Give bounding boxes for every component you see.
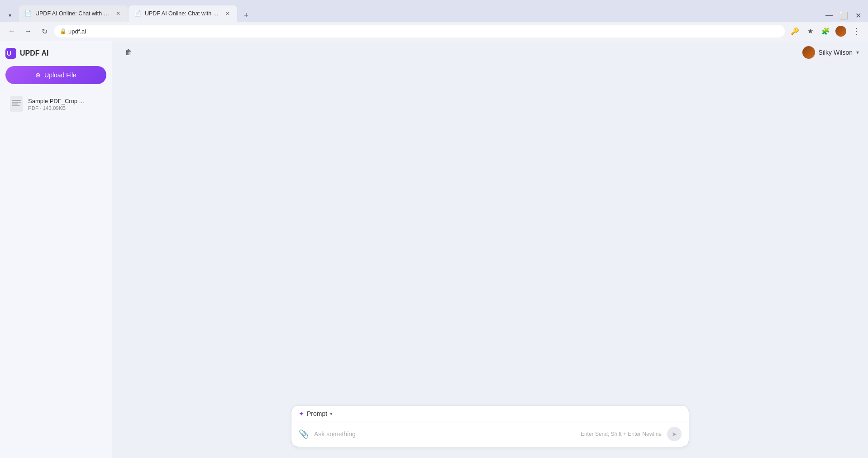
new-tab-button[interactable]: +: [240, 9, 253, 22]
user-area[interactable]: Silky Wilson ▾: [802, 46, 859, 59]
main-area: 🗑 Silky Wilson ▾ ✦ Prompt ▾ 📎: [112, 41, 868, 458]
browser-chrome: ▾ 📄 UPDF AI Online: Chat with PDF ✕ 📄 UP…: [0, 0, 868, 41]
app: U UPDF AI ⊕ Upload File Sample PDF_Crop …: [0, 41, 868, 458]
input-row: 📎 Enter Send; Shift + Enter Newline ➤: [291, 421, 689, 447]
tab-1-title: UPDF AI Online: Chat with PDF: [35, 10, 110, 17]
sidebar: U UPDF AI ⊕ Upload File Sample PDF_Crop …: [0, 41, 112, 458]
main-header: 🗑 Silky Wilson ▾: [112, 41, 868, 64]
attach-button[interactable]: 📎: [299, 429, 309, 439]
tab-list-button[interactable]: ▾: [4, 9, 16, 22]
app-title: UPDF AI: [20, 49, 48, 57]
user-name: Silky Wilson: [819, 49, 853, 56]
prompt-bar: ✦ Prompt ▾: [291, 406, 689, 421]
back-button[interactable]: ←: [5, 25, 18, 38]
browser-menu-button[interactable]: ⋮: [850, 25, 863, 38]
chat-input[interactable]: [314, 430, 575, 438]
address-bar[interactable]: 🔒 updf.ai: [54, 25, 785, 38]
key-icon[interactable]: 🔑: [788, 25, 801, 38]
tab-2-close[interactable]: ✕: [224, 9, 232, 18]
trash-button[interactable]: 🗑: [121, 45, 136, 60]
address-text: updf.ai: [68, 28, 86, 35]
upload-file-button[interactable]: ⊕ Upload File: [5, 66, 106, 84]
svg-text:U: U: [7, 50, 11, 57]
sidebar-header: U UPDF AI: [5, 48, 106, 59]
svg-rect-5: [12, 104, 18, 104]
updf-logo-icon: U: [5, 48, 16, 59]
user-chevron-icon: ▾: [856, 49, 859, 56]
input-container: ✦ Prompt ▾ 📎 Enter Send; Shift + Enter N…: [112, 398, 868, 458]
tab-1[interactable]: 📄 UPDF AI Online: Chat with PDF ✕: [19, 5, 128, 22]
sparkle-icon: ✦: [299, 410, 304, 417]
tab-2[interactable]: 📄 UPDF AI Online: Chat with PDF ✕: [129, 5, 237, 22]
file-icon: [9, 96, 24, 112]
minimize-button[interactable]: —: [823, 9, 835, 22]
send-icon: ➤: [672, 430, 677, 438]
bookmark-icon[interactable]: ★: [804, 25, 816, 38]
tab-1-favicon: 📄: [24, 10, 32, 17]
window-close-button[interactable]: ✕: [852, 9, 864, 22]
refresh-button[interactable]: ↻: [38, 25, 51, 38]
tab-1-close[interactable]: ✕: [114, 9, 122, 18]
upload-icon: ⊕: [35, 71, 41, 79]
trash-icon: 🗑: [125, 48, 132, 57]
nav-actions: 🔑 ★ 🧩 ⋮: [788, 25, 863, 38]
input-box: ✦ Prompt ▾ 📎 Enter Send; Shift + Enter N…: [291, 405, 689, 447]
lock-icon: 🔒: [60, 28, 67, 34]
prompt-label: Prompt: [307, 410, 327, 417]
tab-2-favicon: 📄: [134, 10, 141, 17]
svg-rect-6: [12, 105, 20, 106]
nav-bar: ← → ↻ 🔒 updf.ai 🔑 ★ 🧩 ⋮: [0, 22, 868, 41]
prompt-chevron-icon[interactable]: ▾: [330, 411, 333, 417]
user-avatar: [802, 46, 815, 59]
profile-button[interactable]: [835, 25, 847, 38]
svg-rect-3: [12, 100, 21, 101]
file-item[interactable]: Sample PDF_Crop ... PDF · 143.09KB: [5, 91, 106, 117]
send-button[interactable]: ➤: [667, 427, 682, 441]
maximize-button[interactable]: ⬜: [837, 9, 850, 22]
forward-button[interactable]: →: [22, 25, 34, 38]
input-hint: Enter Send; Shift + Enter Newline: [581, 431, 662, 437]
svg-rect-4: [12, 102, 21, 103]
extensions-icon[interactable]: 🧩: [819, 25, 832, 38]
upload-btn-label: Upload File: [44, 71, 76, 79]
file-name: Sample PDF_Crop ...: [28, 98, 103, 104]
file-info: Sample PDF_Crop ... PDF · 143.09KB: [28, 98, 103, 111]
chat-area: [112, 64, 868, 398]
tab-2-title: UPDF AI Online: Chat with PDF: [145, 10, 220, 17]
tab-bar: ▾ 📄 UPDF AI Online: Chat with PDF ✕ 📄 UP…: [0, 0, 868, 22]
file-meta: PDF · 143.09KB: [28, 105, 103, 111]
